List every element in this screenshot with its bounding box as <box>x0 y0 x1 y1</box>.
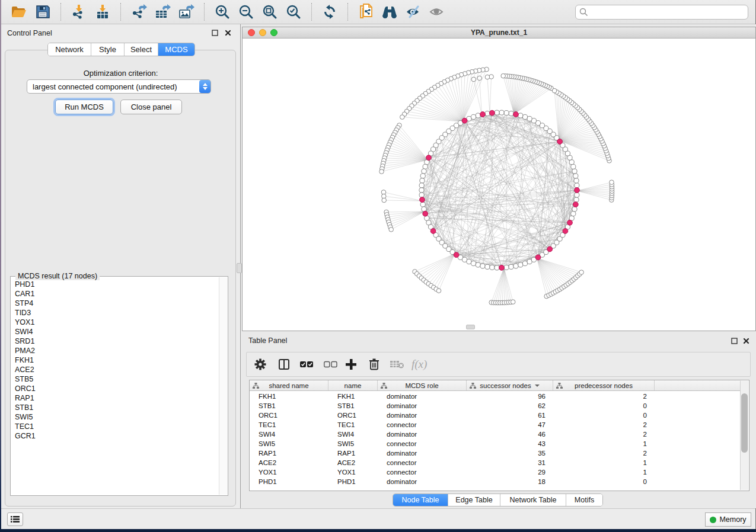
cell-shared-name[interactable]: PHD1 <box>250 477 328 486</box>
clone-network-icon[interactable] <box>354 2 378 22</box>
cell-successor-nodes[interactable]: 31 <box>467 458 553 467</box>
task-history-button[interactable] <box>7 512 23 526</box>
mcds-result-item[interactable]: CAR1 <box>15 289 219 299</box>
cell-predecessor-nodes[interactable]: 2 <box>553 430 655 439</box>
tab-style[interactable]: Style <box>91 43 125 56</box>
zoom-out-icon[interactable] <box>234 2 258 22</box>
cell-MCDS-role[interactable]: dominator <box>378 448 467 458</box>
table-scrollbar[interactable] <box>740 381 748 490</box>
table-row[interactable]: SWI5SWI5connector431 <box>250 439 741 448</box>
mcds-result-item[interactable]: SRD1 <box>15 336 219 346</box>
table-row[interactable]: STB1STB1dominator620 <box>250 401 741 411</box>
network-graph[interactable] <box>243 39 755 331</box>
table-row[interactable]: PHD1PHD1dominator180 <box>250 477 741 486</box>
cell-MCDS-role[interactable]: dominator <box>378 411 467 420</box>
export-table-icon[interactable] <box>151 2 174 22</box>
cell-MCDS-role[interactable]: dominator <box>378 430 467 439</box>
export-image-icon[interactable] <box>174 2 198 22</box>
mcds-result-item[interactable]: FKH1 <box>15 355 219 365</box>
mcds-result-item[interactable]: PMA2 <box>15 346 219 355</box>
search-input[interactable] <box>588 7 748 18</box>
zoom-fit-icon[interactable] <box>258 2 282 22</box>
cell-predecessor-nodes[interactable]: 1 <box>553 458 655 467</box>
mcds-result-item[interactable]: TID3 <box>15 308 219 318</box>
horizontal-splitter-handle[interactable] <box>466 325 475 329</box>
run-mcds-button[interactable]: Run MCDS <box>55 100 113 114</box>
table-row[interactable]: ACE2ACE2connector311 <box>250 458 741 467</box>
cell-MCDS-role[interactable]: connector <box>378 467 467 477</box>
cell-successor-nodes[interactable]: 96 <box>467 392 553 401</box>
column-header-shared-name[interactable]: shared name <box>250 380 328 390</box>
function-icon[interactable]: f(x) <box>412 358 427 371</box>
table-row[interactable]: TEC1TEC1connector472 <box>250 420 741 430</box>
cell-predecessor-nodes[interactable]: 0 <box>553 477 655 486</box>
cell-MCDS-role[interactable]: dominator <box>378 401 467 411</box>
tab-mcds[interactable]: MCDS <box>158 43 194 56</box>
cell-successor-nodes[interactable]: 29 <box>467 467 553 477</box>
zoom-in-icon[interactable] <box>210 2 234 22</box>
open-icon[interactable] <box>7 2 31 22</box>
add-column-icon[interactable] <box>345 358 357 370</box>
cell-MCDS-role[interactable]: connector <box>378 420 467 430</box>
import-network-icon[interactable] <box>67 2 91 22</box>
cell-predecessor-nodes[interactable]: 0 <box>553 401 655 411</box>
cell-shared-name[interactable]: ACE2 <box>250 458 328 467</box>
tab-node-table[interactable]: Node Table <box>393 494 448 506</box>
cell-successor-nodes[interactable]: 18 <box>467 477 553 486</box>
close-table-panel-icon[interactable] <box>742 336 750 345</box>
mcds-result-item[interactable]: ACE2 <box>15 365 219 374</box>
cell-shared-name[interactable]: SWI5 <box>250 439 328 448</box>
cell-name[interactable]: STB1 <box>328 401 378 411</box>
table-row[interactable]: RAP1RAP1dominator352 <box>250 448 741 458</box>
cell-predecessor-nodes[interactable]: 2 <box>553 392 655 401</box>
cell-successor-nodes[interactable]: 43 <box>467 439 553 448</box>
tab-select[interactable]: Select <box>125 43 158 56</box>
criterion-dropdown[interactable]: largest connected component (undirected) <box>27 79 211 94</box>
cell-predecessor-nodes[interactable]: 2 <box>553 420 655 430</box>
close-panel-button[interactable]: Close panel <box>120 100 182 114</box>
memory-button[interactable]: Memory <box>705 512 751 527</box>
table-row[interactable]: SWI4SWI4dominator462 <box>250 430 741 439</box>
cell-name[interactable]: PHD1 <box>328 477 378 486</box>
cell-shared-name[interactable]: TEC1 <box>250 420 328 430</box>
cell-successor-nodes[interactable]: 35 <box>467 448 553 458</box>
zoom-selected-icon[interactable] <box>282 2 305 22</box>
cell-predecessor-nodes[interactable]: 0 <box>553 411 655 420</box>
cell-name[interactable]: FKH1 <box>328 392 378 401</box>
mcds-result-item[interactable]: SWI5 <box>15 412 219 422</box>
cell-predecessor-nodes[interactable]: 1 <box>553 439 655 448</box>
column-header-predecessor-nodes[interactable]: predecessor nodes <box>553 380 655 390</box>
table-row[interactable]: FKH1FKH1dominator962 <box>250 392 741 401</box>
cell-shared-name[interactable]: STB1 <box>250 401 328 411</box>
search-box[interactable] <box>575 5 748 20</box>
tab-network-table[interactable]: Network Table <box>500 494 566 506</box>
cell-shared-name[interactable]: FKH1 <box>250 392 328 401</box>
destroy-table-icon[interactable] <box>390 360 404 369</box>
gear-icon[interactable] <box>254 358 267 371</box>
columns-icon[interactable] <box>278 358 290 370</box>
cell-successor-nodes[interactable]: 47 <box>467 420 553 430</box>
cell-shared-name[interactable]: SWI4 <box>250 430 328 439</box>
float-table-panel-icon[interactable] <box>730 336 738 345</box>
tab-network[interactable]: Network <box>48 43 91 56</box>
cell-name[interactable]: RAP1 <box>328 448 378 458</box>
mcds-result-item[interactable]: STP4 <box>15 299 219 308</box>
mcds-result-list[interactable]: PHD1CAR1STP4TID3YOX1SWI4SRD1PMA2FKH1ACE2… <box>11 278 219 495</box>
cell-predecessor-nodes[interactable]: 1 <box>553 467 655 477</box>
cell-name[interactable]: ORC1 <box>328 411 378 420</box>
table-scrollbar-thumb[interactable] <box>741 393 748 453</box>
cell-shared-name[interactable]: YOX1 <box>250 467 328 477</box>
delete-column-icon[interactable] <box>368 358 380 371</box>
table-row[interactable]: YOX1YOX1connector291 <box>250 467 741 477</box>
cell-MCDS-role[interactable]: dominator <box>378 392 467 401</box>
cell-shared-name[interactable]: RAP1 <box>250 448 328 458</box>
cell-successor-nodes[interactable]: 46 <box>467 430 553 439</box>
float-panel-icon[interactable] <box>210 28 219 37</box>
column-header-successor-nodes[interactable]: successor nodes <box>467 380 553 390</box>
refresh-icon[interactable] <box>318 2 342 22</box>
mcds-result-item[interactable]: STB5 <box>15 374 219 384</box>
table-row[interactable]: ORC1ORC1dominator610 <box>250 411 741 420</box>
column-header-MCDS-role[interactable]: MCDS role <box>378 380 467 390</box>
tab-motifs[interactable]: Motifs <box>566 494 602 506</box>
mcds-result-item[interactable]: TEC1 <box>15 422 219 431</box>
